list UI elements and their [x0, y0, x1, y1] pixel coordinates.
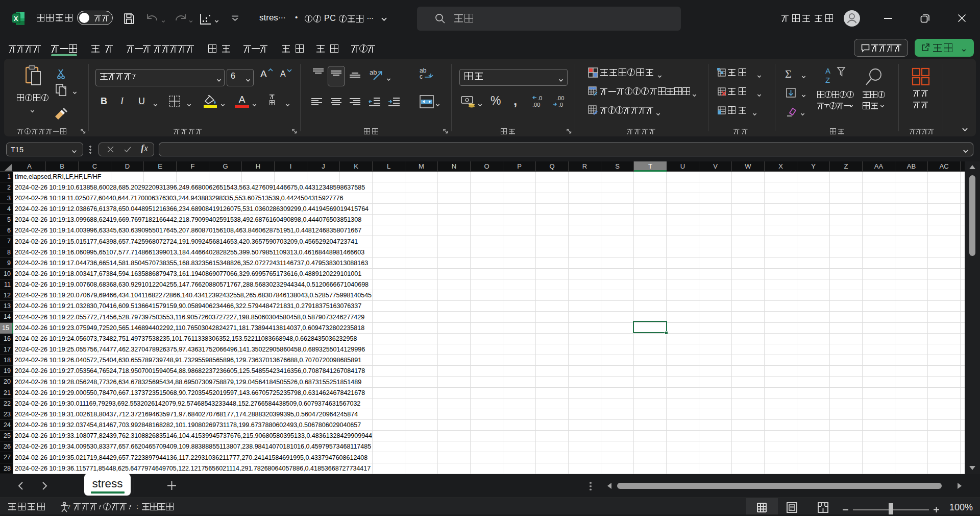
svg-text:Z: Z — [825, 76, 830, 84]
svg-text:.00: .00 — [556, 95, 564, 101]
svg-text:?: ? — [67, 504, 70, 510]
svg-text:.0: .0 — [537, 95, 542, 101]
svg-text:.0: .0 — [558, 102, 563, 108]
svg-text:.00: .00 — [532, 102, 540, 108]
svg-text:A: A — [825, 66, 830, 75]
svg-text:c: c — [420, 73, 423, 80]
svg-text:ab: ab — [370, 68, 377, 76]
svg-text:X: X — [14, 15, 18, 22]
